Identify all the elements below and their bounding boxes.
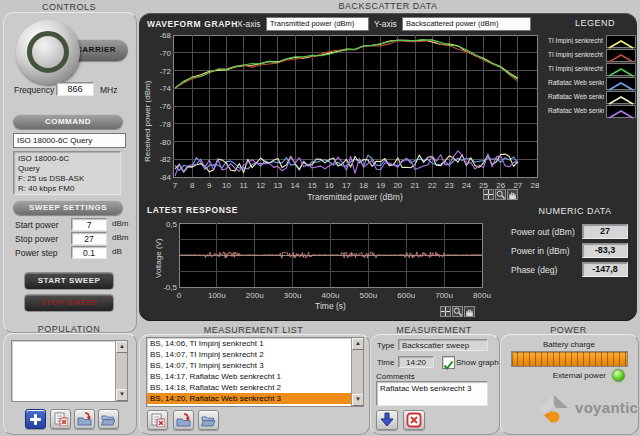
power-out-value: 27 — [582, 224, 628, 239]
legend-row[interactable]: Raflatac Web senkrec — [548, 91, 636, 105]
legend-swatch-line — [609, 41, 633, 48]
start-power-label: Start power — [15, 220, 58, 230]
start-sweep-button[interactable]: START SWEEP — [24, 272, 114, 290]
svg-text:-70: -70 — [159, 49, 171, 58]
y-axis-select[interactable]: Backscattered power (dBm) — [402, 17, 531, 31]
measurement-list-row[interactable]: BS, 14:17, Raflatac Web senkrecht 1 — [147, 371, 363, 382]
comments-input[interactable]: Raflatac Web senkrecht 3 — [376, 381, 488, 406]
svg-text:400u: 400u — [322, 291, 340, 300]
legend-swatch-line — [609, 97, 633, 104]
sweep-settings-header: SWEEP SETTINGS — [13, 200, 123, 215]
svg-text:Transmitted power (dBm): Transmitted power (dBm) — [307, 192, 403, 202]
scroll-down-icon[interactable]: ▼ — [352, 394, 364, 406]
svg-text:18: 18 — [359, 181, 368, 190]
latest-zoom-tool-icon[interactable] — [452, 306, 463, 317]
app-window: CONTROLS CARRIER Frequency MHz COMMAND I… — [0, 0, 640, 436]
svg-text:20: 20 — [393, 181, 402, 190]
legend-swatch-line — [609, 83, 633, 90]
svg-text:0,5: 0,5 — [166, 220, 178, 229]
start-power-input[interactable] — [71, 218, 107, 231]
waveform-pan-tool-icon[interactable] — [507, 189, 518, 200]
waveform-graph-plot[interactable]: -68-70-72-74-76-78-80-82-847891011121314… — [145, 30, 545, 202]
power-out-label: Power out (dBm) — [511, 227, 575, 237]
show-graph-checkbox[interactable] — [442, 356, 455, 369]
svg-text:0: 0 — [177, 291, 182, 300]
legend-row[interactable]: Raflatac Web senkrec — [548, 77, 636, 91]
comments-label: Comments — [376, 372, 415, 381]
legend-swatch[interactable] — [606, 105, 636, 118]
measurement-list-save-button[interactable] — [173, 410, 194, 430]
measurement-list-row[interactable]: BS, 14:20, Raflatac Web senkrecht 3 — [147, 393, 363, 404]
svg-text:16: 16 — [325, 181, 334, 190]
legend-row[interactable]: Raflatac Web senkrec — [548, 105, 636, 119]
svg-text:24: 24 — [462, 181, 471, 190]
power-step-input[interactable] — [71, 246, 107, 259]
measurement-list-row[interactable]: BS, 14:07, TI Impinj senkrecht 2 — [147, 349, 363, 360]
latest-response-plot[interactable]: 0,5-0,50100u200u300u400u500u600u700u800u… — [150, 218, 495, 314]
population-add-button[interactable] — [25, 409, 46, 429]
measurement-download-button[interactable] — [376, 410, 398, 430]
svg-text:10: 10 — [222, 181, 231, 190]
legend-swatch[interactable] — [606, 49, 636, 62]
svg-text:600u: 600u — [397, 291, 415, 300]
legend-row[interactable]: TI Impinj senkrecht — [548, 63, 636, 77]
measurement-list-delete-button[interactable] — [147, 410, 168, 430]
command-info-box: ISO 18000-6C Query F: 25 us DSB-ASK R: 4… — [13, 151, 121, 195]
frequency-input[interactable] — [56, 82, 94, 96]
population-save-button[interactable] — [74, 409, 95, 429]
legend-swatch[interactable] — [606, 35, 636, 48]
population-scrollbar[interactable]: ▲ ▼ — [115, 341, 127, 401]
measurement-list-scrollbar[interactable]: ▲ ▼ — [351, 338, 363, 406]
legend-row[interactable]: TI Impinj senkrecht — [548, 49, 636, 63]
svg-text:100u: 100u — [208, 291, 226, 300]
legend-label: TI Impinj senkrecht — [548, 51, 604, 58]
scroll-down-icon[interactable]: ▼ — [116, 389, 128, 401]
carrier-led-ring — [27, 31, 69, 73]
legend-swatch[interactable] — [606, 63, 636, 76]
stop-sweep-button[interactable]: STOP SWEEP — [24, 294, 114, 312]
numeric-data-title: NUMERIC DATA — [520, 206, 630, 216]
scroll-up-icon[interactable]: ▲ — [116, 341, 128, 353]
phase-value: -147,8 — [582, 262, 628, 277]
legend-swatch[interactable] — [606, 91, 636, 104]
svg-text:8: 8 — [190, 181, 195, 190]
svg-text:-82: -82 — [159, 155, 171, 164]
latest-cursor-tool-icon[interactable] — [440, 306, 451, 317]
measurement-list-open-button[interactable] — [198, 410, 219, 430]
legend-label: Raflatac Web senkrec — [548, 107, 604, 114]
measurement-delete-button[interactable] — [403, 410, 425, 430]
legend-label: Raflatac Web senkrec — [548, 79, 604, 86]
legend-label: Raflatac Web senkrec — [548, 93, 604, 100]
waveform-zoom-tool-icon[interactable] — [495, 189, 506, 200]
voyantic-logo-icon — [535, 391, 571, 433]
stop-power-unit: dBm — [112, 233, 128, 242]
measurement-list-row[interactable]: BS, 14:07, TI Impinj senkrecht 3 — [147, 360, 363, 371]
x-axis-select[interactable]: Transmitted power (dBm) — [266, 17, 369, 31]
svg-text:200u: 200u — [246, 291, 264, 300]
legend-swatch-line — [609, 69, 633, 76]
measurement-listbox[interactable]: BS, 14:06, TI Impinj senkrecht 1 BS, 14:… — [146, 337, 364, 407]
backscatter-data-header: BACKSCATTER DATA — [139, 1, 637, 11]
svg-text:-80: -80 — [159, 138, 171, 147]
measurement-list-row[interactable]: BS, 14:06, TI Impinj senkrecht 1 — [147, 338, 363, 349]
svg-text:300u: 300u — [284, 291, 302, 300]
svg-text:22: 22 — [428, 181, 437, 190]
population-listbox[interactable]: ▲ ▼ — [11, 340, 128, 402]
svg-text:13: 13 — [273, 181, 282, 190]
command-info-line: R: 40 kbps FM0 — [18, 184, 120, 194]
waveform-cursor-tool-icon[interactable] — [483, 189, 494, 200]
measurement-list-row[interactable]: BS, 14:18, Raflatac Web senkrecht 2 — [147, 382, 363, 393]
latest-pan-tool-icon[interactable] — [464, 306, 475, 317]
legend-swatch[interactable] — [606, 77, 636, 90]
svg-text:-72: -72 — [159, 67, 171, 76]
stop-power-input[interactable] — [71, 232, 107, 245]
command-select[interactable]: ISO 18000-6C Query — [13, 133, 126, 148]
waveform-y-axis-title: Received power (dBm) — [143, 81, 152, 162]
scroll-up-icon[interactable]: ▲ — [352, 338, 364, 350]
svg-text:800u: 800u — [473, 291, 491, 300]
battery-charge-label: Battery charge — [510, 340, 628, 349]
population-open-button[interactable] — [98, 409, 119, 429]
svg-text:19: 19 — [376, 181, 385, 190]
legend-row[interactable]: TI Impinj senkrecht — [548, 35, 636, 49]
population-delete-button[interactable] — [50, 409, 71, 429]
